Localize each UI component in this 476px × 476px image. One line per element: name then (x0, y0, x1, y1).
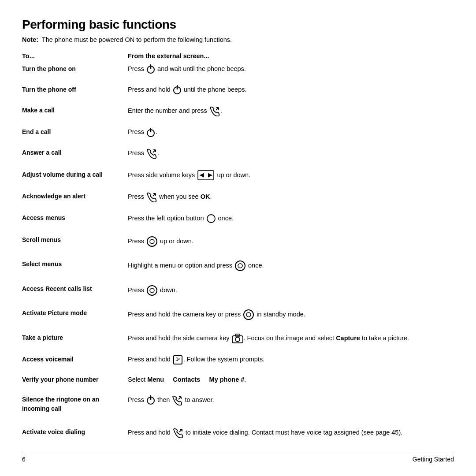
page-title: Performing basic functions (22, 18, 454, 32)
action-desc: Select Menu Contacts My phone #. (128, 373, 454, 393)
table-row: Access menus Press the left option butto… (22, 211, 454, 233)
table-row: Activate Picture mode Press and hold the… (22, 306, 454, 331)
action-desc: Press when you see OK. (128, 190, 454, 212)
action-label: Acknowledge an alert (22, 190, 128, 212)
note-label: Note: (22, 36, 38, 43)
action-label: Turn the phone off (22, 83, 128, 104)
table-row: End a call Press . (22, 125, 454, 146)
functions-table: To... From the external screen... Turn t… (22, 51, 454, 447)
table-row: Acknowledge an alert Press when you see … (22, 190, 454, 212)
table-row: Adjust volume during a call Press side v… (22, 168, 454, 190)
ok-nav-icon (146, 235, 158, 248)
power-icon (146, 64, 156, 74)
ok-nav-icon (234, 260, 246, 272)
action-desc: Press . (128, 146, 454, 168)
action-desc: Highlight a menu or option and press onc… (128, 257, 454, 282)
page-number: 6 (22, 456, 26, 463)
table-row: Scroll menus Press up or down. (22, 233, 454, 257)
action-label: Silence the ringtone on an incoming call (22, 393, 128, 425)
action-label: Activate voice dialing (22, 425, 128, 447)
send-icon (146, 192, 157, 202)
svg-point-16 (244, 310, 253, 320)
svg-point-15 (150, 288, 154, 293)
send-icon (209, 106, 220, 116)
svg-point-14 (147, 286, 157, 295)
svg-point-11 (150, 239, 154, 244)
action-label: Access Recent calls list (22, 282, 128, 306)
action-label: Adjust volume during a call (22, 168, 128, 190)
col-from: From the external screen... (128, 51, 454, 62)
send-icon (172, 428, 184, 438)
action-label: Activate Picture mode (22, 306, 128, 331)
action-label: Turn the phone on (22, 62, 128, 83)
col-to: To... (22, 51, 128, 62)
ok-nav-icon (146, 284, 158, 297)
action-label: End a call (22, 125, 128, 146)
table-row: Select menus Highlight a menu or option … (22, 257, 454, 282)
volume-keys-icon: ◀ ▶ (197, 170, 214, 180)
action-label: Select menus (22, 257, 128, 282)
send-icon (171, 395, 183, 405)
action-desc: Press then to answer. (128, 393, 454, 425)
table-row: Silence the ringtone on an incoming call… (22, 393, 454, 425)
action-label: Scroll menus (22, 233, 128, 257)
action-label: Verify your phone number (22, 373, 128, 393)
svg-rect-20 (235, 334, 240, 336)
svg-point-12 (235, 261, 245, 271)
action-label: Make a call (22, 104, 128, 126)
action-label: Access menus (22, 211, 128, 233)
action-desc: Press side volume keys ◀ ▶ up or down. (128, 168, 454, 190)
action-label: Access voicemail (22, 353, 128, 373)
action-label: Answer a call (22, 146, 128, 168)
table-row: Take a picture Press and hold the side c… (22, 331, 454, 353)
page: Performing basic functions Note: The pho… (0, 0, 476, 476)
ok-nav-icon (242, 309, 255, 321)
table-row: Access Recent calls list Press down. (22, 282, 454, 306)
action-desc: Press and wait until the phone beeps. (128, 62, 454, 83)
action-desc: Press and hold until the phone beeps. (128, 83, 454, 104)
table-row: Make a call Enter the number and press . (22, 104, 454, 126)
power-icon (172, 85, 182, 95)
svg-point-9 (207, 215, 215, 223)
table-row: Access voicemail Press and hold 1². Foll… (22, 353, 454, 373)
voicemail-key-icon: 1² (173, 355, 182, 364)
section-label: Getting Started (413, 456, 454, 463)
table-row: Activate voice dialing Press and hold to… (22, 425, 454, 447)
power-icon (146, 395, 156, 405)
action-desc: Press the left option button once. (128, 211, 454, 233)
table-row: Turn the phone off Press and hold until … (22, 83, 454, 104)
table-row: Verify your phone number Select Menu Con… (22, 373, 454, 393)
svg-point-13 (238, 264, 242, 268)
option-button-icon (206, 213, 216, 224)
action-desc: Press . (128, 125, 454, 146)
table-row: Turn the phone on Press and wait until t… (22, 62, 454, 83)
action-label: Take a picture (22, 331, 128, 353)
action-desc: Press and hold to initiate voice dialing… (128, 425, 454, 447)
note-text: The phone must be powered ON to perform … (42, 36, 232, 43)
note: Note: The phone must be powered ON to pe… (22, 36, 454, 43)
page-footer: 6 Getting Started (22, 452, 454, 463)
action-desc: Press and hold the side camera key . Foc… (128, 331, 454, 353)
svg-point-10 (147, 237, 157, 246)
action-desc: Press up or down. (128, 233, 454, 257)
svg-point-17 (246, 312, 251, 317)
action-desc: Enter the number and press . (128, 104, 454, 126)
send-icon (146, 148, 157, 159)
action-desc: Press and hold the camera key or press i… (128, 306, 454, 331)
action-desc: Press down. (128, 282, 454, 306)
table-row: Answer a call Press . (22, 146, 454, 168)
power-icon (146, 128, 156, 138)
svg-point-19 (235, 337, 240, 342)
action-desc: Press and hold 1². Follow the system pro… (128, 353, 454, 373)
camera-icon (231, 333, 244, 344)
